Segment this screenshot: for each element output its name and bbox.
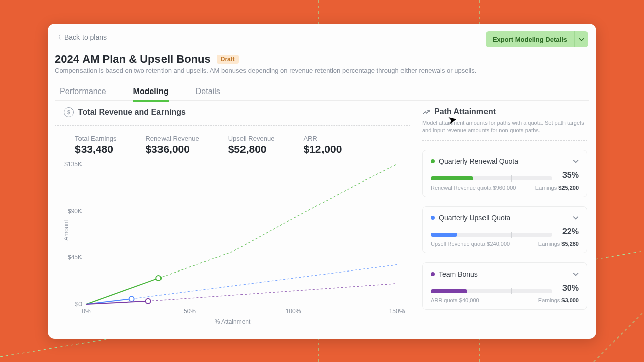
export-group: Export Modeling Details: [486, 31, 588, 47]
revenue-section-title: $ Total Revenue and Earnings: [55, 107, 410, 117]
svg-text:$45K: $45K: [68, 254, 82, 261]
page-title-row: 2024 AM Plan & Upsell Bonus Draft: [55, 53, 239, 66]
kpi-label: Renewal Revenue: [145, 135, 199, 142]
kpi-label: Upsell Revenue: [228, 135, 275, 142]
series-dot-icon: [431, 159, 435, 163]
progress-bar[interactable]: [431, 233, 552, 237]
chevron-down-icon[interactable]: [573, 158, 579, 164]
kpi-renewal-revenue: Renewal Revenue $336,000: [145, 135, 199, 155]
app-card: 〈 Back to plans Export Modeling Details …: [48, 24, 596, 339]
dollar-icon: $: [64, 107, 74, 117]
chevron-down-icon: [579, 37, 584, 42]
svg-text:$0: $0: [75, 301, 83, 308]
revenue-title-text: Total Revenue and Earnings: [78, 108, 186, 117]
kpi-arr: ARR $12,000: [303, 135, 342, 155]
kpi-label: ARR: [303, 135, 342, 142]
revenue-section: $ Total Revenue and Earnings Total Earni…: [55, 107, 410, 327]
chart-svg: $0$45K$90K$135K0%50%100%150%: [55, 161, 410, 327]
path-title: Path Attainment: [434, 107, 496, 116]
tab-performance[interactable]: Performance: [60, 83, 106, 100]
path-card-renewal[interactable]: Quarterly Renewal Quota35%Renewal Revenu…: [422, 150, 587, 197]
progress-bar[interactable]: [431, 289, 552, 293]
back-label: Back to plans: [64, 33, 107, 41]
chart-x-axis-label: % Attainment: [55, 318, 410, 325]
svg-text:100%: 100%: [286, 308, 301, 315]
back-to-plans-link[interactable]: 〈 Back to plans: [55, 33, 107, 42]
svg-point-13: [129, 296, 134, 301]
kpi-row: Total Earnings $33,480 Renewal Revenue $…: [55, 126, 410, 155]
path-name: Quarterly Renewal Quota: [439, 157, 569, 165]
path-card-upsell[interactable]: Quarterly Upsell Quota22%Upsell Revenue …: [422, 206, 587, 253]
trend-up-icon: [422, 108, 430, 116]
path-name: Team Bonus: [439, 270, 569, 278]
svg-text:50%: 50%: [184, 308, 196, 315]
page-subtitle: Compensation is based on two retention a…: [55, 67, 476, 74]
kpi-value: $12,000: [303, 143, 342, 155]
chevron-down-icon[interactable]: [573, 215, 579, 221]
kpi-upsell-revenue: Upsell Revenue $52,800: [228, 135, 275, 155]
export-dropdown-toggle[interactable]: [574, 31, 588, 47]
earnings-text: Earnings $5,280: [538, 241, 579, 247]
series-dot-icon: [431, 272, 435, 276]
svg-text:0%: 0%: [82, 308, 91, 315]
attainment-chart: Amount $0$45K$90K$135K0%50%100%150% % At…: [55, 161, 410, 327]
svg-point-12: [156, 276, 161, 281]
kpi-value: $336,000: [145, 143, 199, 155]
kpi-label: Total Earnings: [75, 135, 116, 142]
tab-modeling[interactable]: Modeling: [133, 83, 169, 102]
divider: [422, 140, 587, 141]
kpi-value: $52,800: [228, 143, 275, 155]
chevron-down-icon[interactable]: [573, 271, 579, 277]
path-card-team[interactable]: Team Bonus30%ARR quota $40,000Earnings $…: [422, 262, 587, 310]
svg-line-3: [594, 312, 644, 362]
quota-text: Renewal Revenue quota $960,000: [431, 185, 516, 191]
svg-text:$135K: $135K: [64, 161, 82, 168]
tab-details[interactable]: Details: [196, 83, 220, 100]
kpi-value: $33,480: [75, 143, 116, 155]
page-title: 2024 AM Plan & Upsell Bonus: [55, 53, 211, 66]
export-modeling-button[interactable]: Export Modeling Details: [486, 31, 574, 47]
path-percent: 30%: [557, 284, 579, 293]
path-percent: 35%: [557, 171, 579, 180]
earnings-text: Earnings $25,200: [535, 185, 579, 191]
earnings-text: Earnings $3,000: [538, 297, 579, 303]
svg-text:$90K: $90K: [68, 208, 82, 215]
tabs: Performance Modeling Details: [55, 83, 589, 101]
path-name: Quarterly Upsell Quota: [439, 214, 569, 222]
path-subtitle: Model attainment amounts for paths with …: [422, 119, 587, 134]
series-dot-icon: [431, 216, 435, 220]
chevron-left-icon: 〈: [55, 33, 61, 42]
svg-text:150%: 150%: [389, 308, 405, 315]
path-percent: 22%: [557, 227, 579, 236]
quota-text: ARR quota $40,000: [431, 297, 479, 303]
quota-text: Upsell Revenue quota $240,000: [431, 241, 510, 247]
svg-point-14: [146, 299, 151, 304]
kpi-total-earnings: Total Earnings $33,480: [75, 135, 116, 155]
progress-bar[interactable]: [431, 176, 552, 180]
path-attainment-section: Path Attainment Model attainment amounts…: [422, 107, 587, 310]
status-badge: Draft: [217, 55, 239, 64]
